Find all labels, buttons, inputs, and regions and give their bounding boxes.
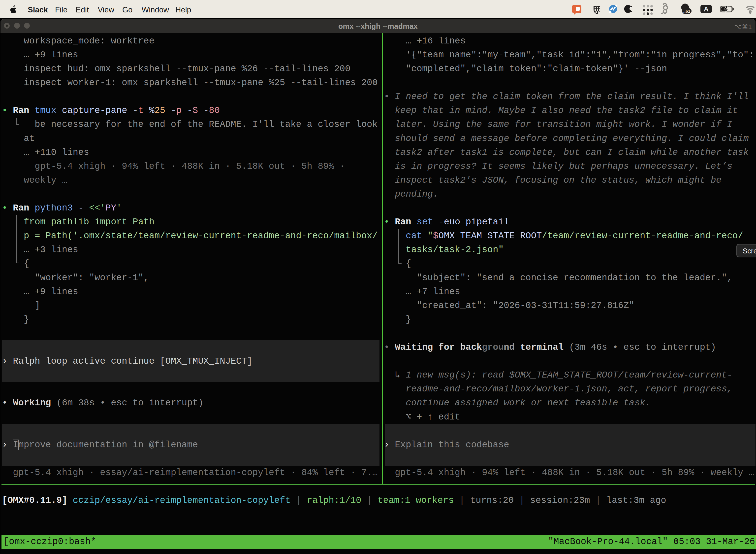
svg-text:A: A (704, 5, 709, 13)
svg-text:..61: ..61 (683, 9, 690, 14)
